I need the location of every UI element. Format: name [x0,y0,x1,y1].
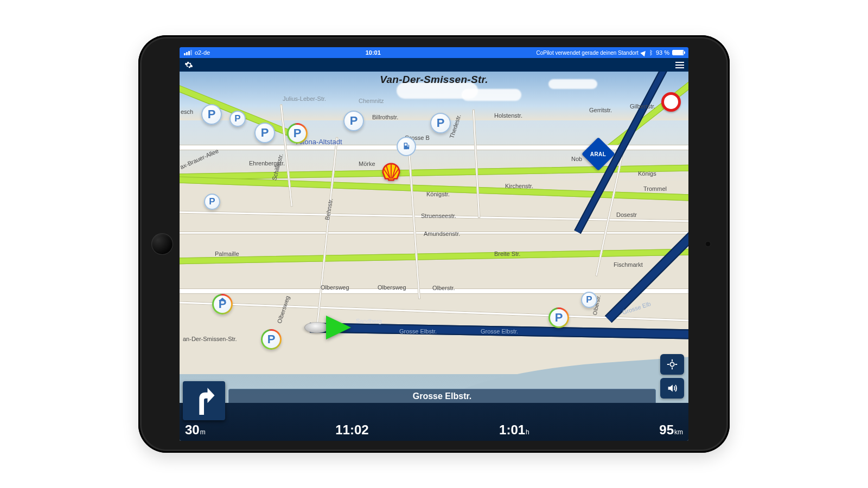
street-label: Amundsenstr. [424,230,460,237]
street-label: ax-Brauer-Allee [180,147,220,170]
carrier-label: o2-de [195,49,210,56]
current-position [304,316,351,339]
parking-poi[interactable]: P [430,113,451,133]
clock: 10:01 [366,49,381,56]
parking-poi[interactable]: P [204,194,220,210]
street-label: Nob [571,156,582,162]
trip-metrics: 30m 11:02 1:01h 95km [185,422,683,438]
cloud [462,89,521,101]
street-label: Breite Str. [494,251,520,257]
turn-indicator[interactable] [183,381,225,420]
next-street-label: Van-Der-Smissen-Str. [380,72,488,86]
street-label: Trommel [643,185,667,192]
parking-poi[interactable]: P [201,104,222,125]
street-label: Palmaille [215,251,239,257]
fuel-pump-icon [401,142,411,151]
speaker-icon [666,382,678,394]
parking-poi[interactable]: P [548,307,569,328]
street-label: Fischmarkt [614,261,643,268]
street-label: an-Der-Smissen-Str. [183,336,237,342]
recenter-button[interactable] [660,354,684,375]
position-arrow-icon [326,316,351,339]
time-remaining: 1:01h [499,422,529,438]
street-label: Holstenstr. [494,112,522,119]
status-bar: o2-de 10:01 CoPilot verwendet gerade dei… [180,47,688,58]
parking-poi[interactable]: P [581,292,597,308]
street-label: Chemnitz [359,98,384,104]
street-label: Dosestr [616,211,637,218]
street-label: Olberstr. [432,285,455,291]
street-label: Mörke [359,160,375,167]
settings-button[interactable] [184,60,194,70]
shell-poi[interactable] [381,163,401,181]
fuel-poi[interactable] [397,137,416,156]
road [407,142,420,299]
street-label: Olbersweg [276,295,291,324]
location-arrow-icon [640,49,647,56]
street-label: Königstr. [426,191,450,197]
street-label: Olbersweg [378,284,406,291]
menu-button[interactable] [675,62,684,68]
distance-to-turn: 30m [185,422,206,438]
bluetooth-icon: ᛒ [649,50,653,56]
street-label: Gerritstr. [589,107,612,113]
distance-remaining: 95km [659,422,683,438]
app-top-bar [180,58,688,72]
parking-poi[interactable]: P [261,329,282,350]
cloud [548,79,597,89]
battery-icon [672,50,684,55]
street-label: Grosse Elbstr. [399,328,437,335]
roof-icon [219,298,226,301]
street-label: Struenseestr. [421,213,456,219]
screen: o2-de 10:01 CoPilot verwendet gerade dei… [180,47,688,441]
street-label: Olbersweg [321,284,349,291]
parking-poi[interactable]: P [287,123,308,144]
location-usage-text: CoPilot verwendet gerade deinen Standort [536,50,638,56]
parking-poi[interactable]: P [212,294,233,314]
street-label: Grosse Elbstr. [481,328,518,335]
street-label: Königs [638,170,656,177]
street-label: Billrothstr. [372,114,398,120]
current-street-label: Grosse Elbstr. [228,389,656,403]
street-label: Behnstr. [324,198,334,221]
route-line [605,232,688,323]
parking-poi[interactable]: P [229,111,246,127]
road [473,110,480,218]
street-label: Julius-Leber-Str. [283,95,326,102]
map-controls [660,354,684,399]
aral-label: ARAL [590,151,607,157]
tablet-frame: o2-de 10:01 CoPilot verwendet gerade dei… [138,35,730,453]
signal-icon [184,50,192,55]
gear-icon [184,61,193,69]
street-label: esch [181,108,193,115]
parking-poi[interactable]: P [254,123,275,143]
audio-button[interactable] [660,378,684,399]
battery-label: 93 % [656,49,669,56]
street-label: Sandberg [356,318,382,324]
street-label: Gilbertstr. [630,103,655,110]
info-bar: Grosse Elbstr. 30m 11:02 1:01h [180,403,688,441]
parking-poi[interactable]: P [343,111,364,131]
street-label: Kirchenstr. [505,183,533,189]
svg-point-0 [670,362,674,366]
eta: 11:02 [335,422,369,438]
home-button[interactable] [151,233,173,255]
front-camera [706,242,710,246]
road [180,145,688,150]
map-canvas[interactable]: Van-Der-Smissen-Str. [180,72,688,441]
turn-right-icon [192,387,216,415]
traffic-restriction-icon[interactable] [661,92,681,112]
crosshair-icon [666,358,678,370]
road-major [180,248,688,264]
